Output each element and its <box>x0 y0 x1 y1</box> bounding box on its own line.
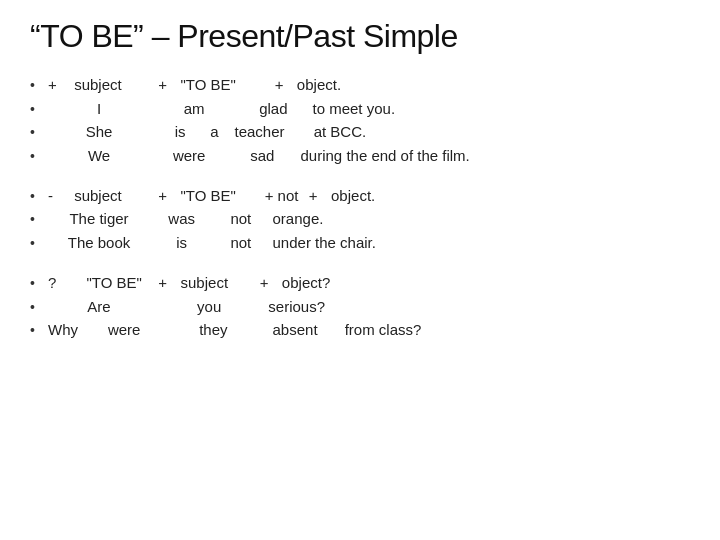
section-negative: • - subject + "TO BE" + not + object. • … <box>30 184 690 255</box>
col-tobe: "TO BE" <box>74 271 154 294</box>
col-noun: teacher <box>235 120 310 143</box>
bullet: • <box>30 233 48 255</box>
bullet: • <box>30 297 48 319</box>
col-sign: + <box>48 73 70 96</box>
item-text: ? "TO BE" + subject + object? <box>48 271 690 294</box>
col-article: a <box>210 120 230 143</box>
col-rest: at BCC. <box>314 123 367 140</box>
col-sign: - <box>48 184 70 207</box>
item-text: The book is not under the chair. <box>48 231 690 254</box>
col-verb: were <box>94 318 154 341</box>
col-plus2: + <box>260 271 278 294</box>
list-item: • We were sad during the end of the film… <box>30 144 690 168</box>
col-adj: absent <box>273 318 341 341</box>
bullet: • <box>30 75 48 97</box>
col-subject: they <box>158 318 268 341</box>
col-plus1: + <box>158 271 176 294</box>
list-item: • I am glad to meet you. <box>30 97 690 121</box>
col-subject: The book <box>48 231 150 254</box>
bullet: • <box>30 186 48 208</box>
list-item: • - subject + "TO BE" + not + object. <box>30 184 690 208</box>
section-positive: • + subject + "TO BE" + object. • I am g… <box>30 73 690 168</box>
col-object: object? <box>282 274 330 291</box>
col-rest: from class? <box>345 321 422 338</box>
col-verb: Are <box>48 295 150 318</box>
col-plus1: + <box>158 184 176 207</box>
col-verb: is <box>154 120 206 143</box>
col-rest: orange. <box>273 210 324 227</box>
item-text: - subject + "TO BE" + not + object. <box>48 184 690 207</box>
section-question: • ? "TO BE" + subject + object? • Are yo… <box>30 271 690 342</box>
col-pronoun: She <box>48 120 150 143</box>
list-item: • She is a teacher at BCC. <box>30 120 690 144</box>
list-item: • The tiger was not orange. <box>30 207 690 231</box>
col-rest: during the end of the film. <box>301 147 470 164</box>
col-rest: to meet you. <box>313 100 396 117</box>
col-pronoun: I <box>48 97 150 120</box>
col-object: object. <box>331 187 375 204</box>
col-plus2: + <box>309 184 327 207</box>
bullet: • <box>30 99 48 121</box>
item-text: Why were they absent from class? <box>48 318 690 341</box>
page: “TO BE” – Present/Past Simple • + subjec… <box>0 0 720 540</box>
col-not: + not <box>265 184 305 207</box>
col-plus1: + <box>158 73 176 96</box>
col-plus2: + <box>275 73 293 96</box>
bullet: • <box>30 273 48 295</box>
item-text: Are you serious? <box>48 295 690 318</box>
positive-list: • + subject + "TO BE" + object. • I am g… <box>30 73 690 168</box>
col-pronoun: We <box>48 144 150 167</box>
col-not: not <box>213 207 268 230</box>
col-subject: The tiger <box>48 207 150 230</box>
question-list: • ? "TO BE" + subject + object? • Are yo… <box>30 271 690 342</box>
bullet: • <box>30 146 48 168</box>
col-adj: sad <box>228 144 296 167</box>
item-text: The tiger was not orange. <box>48 207 690 230</box>
col-tobe: "TO BE" <box>181 184 261 207</box>
item-text: She is a teacher at BCC. <box>48 120 690 143</box>
col-subject: subject <box>74 73 154 96</box>
col-subject: subject <box>181 271 256 294</box>
col-rest: under the chair. <box>273 234 376 251</box>
col-not: not <box>213 231 268 254</box>
col-subject: you <box>154 295 264 318</box>
col-tobe: "TO BE" <box>181 73 271 96</box>
col-rest: serious? <box>268 298 325 315</box>
list-item: • Are you serious? <box>30 295 690 319</box>
list-item: • + subject + "TO BE" + object. <box>30 73 690 97</box>
list-item: • ? "TO BE" + subject + object? <box>30 271 690 295</box>
page-title: “TO BE” – Present/Past Simple <box>30 18 690 55</box>
col-verb: was <box>154 207 209 230</box>
col-adj: glad <box>238 97 308 120</box>
col-subject: subject <box>74 184 154 207</box>
col-verb: were <box>154 144 224 167</box>
col-verb: am <box>154 97 234 120</box>
col-sign: ? <box>48 271 70 294</box>
col-object: object. <box>297 76 341 93</box>
col-verb: is <box>154 231 209 254</box>
bullet: • <box>30 209 48 231</box>
list-item: • Why were they absent from class? <box>30 318 690 342</box>
col-why: Why <box>48 318 90 341</box>
list-item: • The book is not under the chair. <box>30 231 690 255</box>
item-text: + subject + "TO BE" + object. <box>48 73 690 96</box>
negative-list: • - subject + "TO BE" + not + object. • … <box>30 184 690 255</box>
item-text: I am glad to meet you. <box>48 97 690 120</box>
item-text: We were sad during the end of the film. <box>48 144 690 167</box>
bullet: • <box>30 320 48 342</box>
bullet: • <box>30 122 48 144</box>
